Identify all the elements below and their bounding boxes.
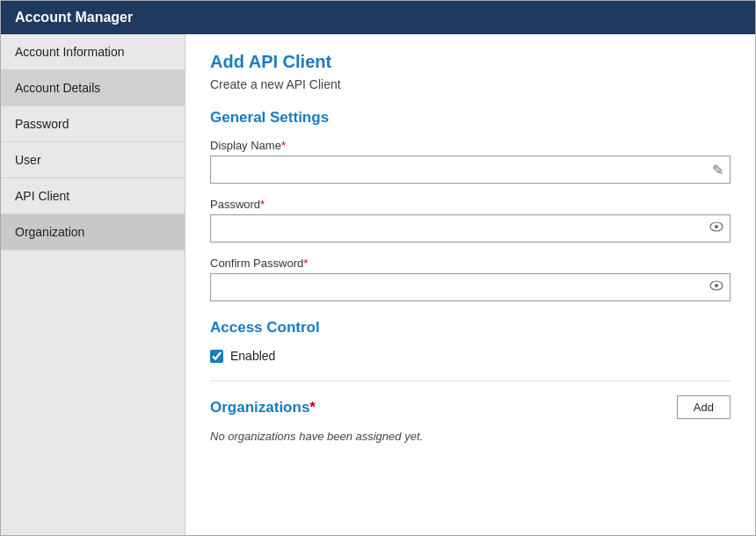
sidebar-item-organization[interactable]: Organization bbox=[1, 214, 185, 250]
page-title: Add API Client bbox=[210, 52, 731, 72]
enabled-label[interactable]: Enabled bbox=[230, 349, 275, 363]
display-name-label: Display Name* bbox=[210, 139, 731, 152]
organizations-section: Organizations* Add bbox=[210, 395, 731, 419]
display-name-group: Display Name* ✎ bbox=[210, 139, 731, 184]
sidebar-item-api-client[interactable]: API Client bbox=[1, 178, 185, 214]
sidebar: Account Information Account Details Pass… bbox=[1, 34, 185, 535]
sidebar-item-user[interactable]: User bbox=[1, 142, 185, 178]
confirm-password-required: * bbox=[303, 257, 308, 270]
app-title: Account Manager bbox=[15, 10, 133, 25]
display-name-input[interactable] bbox=[210, 156, 731, 184]
sidebar-item-account-information[interactable]: Account Information bbox=[1, 34, 185, 70]
confirm-password-label: Confirm Password* bbox=[210, 257, 731, 270]
add-organization-button[interactable]: Add bbox=[677, 395, 731, 419]
section-divider bbox=[210, 380, 731, 381]
display-name-wrapper: ✎ bbox=[210, 156, 731, 184]
access-control-heading: Access Control bbox=[210, 319, 731, 337]
enabled-row: Enabled bbox=[210, 349, 731, 363]
general-settings-heading: General Settings bbox=[210, 109, 731, 127]
confirm-password-input[interactable] bbox=[210, 273, 731, 301]
password-wrapper bbox=[210, 214, 731, 243]
sidebar-item-account-details[interactable]: Account Details bbox=[1, 70, 185, 106]
title-bar: Account Manager bbox=[1, 1, 755, 34]
password-label: Password* bbox=[210, 198, 731, 211]
password-required: * bbox=[260, 198, 265, 211]
sidebar-item-password[interactable]: Password bbox=[1, 106, 185, 142]
no-organizations-text: No organizations have been assigned yet. bbox=[210, 430, 731, 443]
password-input[interactable] bbox=[210, 214, 731, 243]
access-control-section: Access Control Enabled bbox=[210, 319, 731, 363]
password-group: Password* bbox=[210, 198, 731, 243]
page-subtitle: Create a new API Client bbox=[210, 77, 731, 91]
display-name-required: * bbox=[281, 139, 286, 152]
content-area: Add API Client Create a new API Client G… bbox=[185, 34, 755, 535]
enabled-checkbox[interactable] bbox=[210, 350, 223, 363]
confirm-password-group: Confirm Password* bbox=[210, 257, 731, 301]
organizations-required: * bbox=[309, 399, 316, 416]
confirm-password-wrapper bbox=[210, 273, 731, 301]
organizations-heading: Organizations* bbox=[210, 399, 316, 416]
